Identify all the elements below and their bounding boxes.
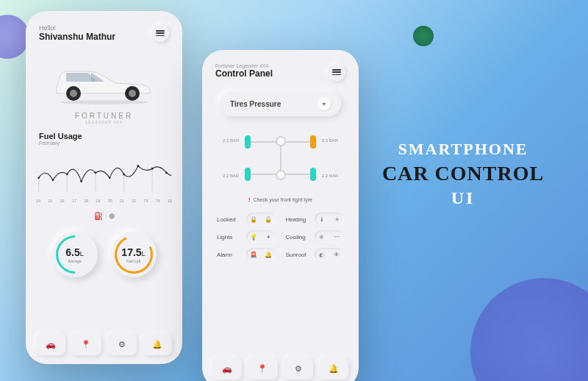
tire-rr-value: 2.2 BAR [322, 174, 338, 178]
control-sunroof[interactable]: Sunroof◐👁 [286, 248, 345, 261]
lights-toggle[interactable]: 💡✦ [246, 230, 276, 243]
siren-icon: 🚨 [250, 252, 257, 258]
user-name: Shivanshu Mathur [39, 32, 115, 42]
fuel-usage-title: Fuel Usage [26, 124, 182, 140]
pin-icon: 📍 [257, 364, 268, 374]
open-icon: ◐ [319, 252, 324, 258]
cool-icon: 〰 [334, 234, 340, 241]
steering-icon: ⊕ [109, 212, 115, 220]
svg-point-6 [52, 179, 54, 181]
car-icon: 🚗 [222, 364, 232, 374]
light-off-icon: ✦ [266, 234, 271, 241]
nav-alerts-button[interactable]: 🔔 [143, 333, 172, 355]
tire-pressure-diagram: 2.2 BAR 3.3 BAR 2.2 BAR 2.2 BAR [202, 125, 359, 191]
lock-toggle[interactable]: 🔒🔓 [246, 213, 276, 226]
control-subhead: Fortuner Legender 4X4 [215, 63, 273, 68]
promo-line1: SMARTPHONE [360, 140, 566, 159]
tires-pressure-dropdown[interactable]: Tires Pressure ▾ [220, 91, 341, 116]
promo-line3: UI [360, 188, 566, 208]
tire-fl-value: 2.2 BAR [223, 138, 239, 143]
svg-point-12 [137, 165, 139, 167]
bottom-nav: 🚗 📍 ⚙ 🔔 [212, 357, 348, 380]
svg-point-14 [165, 172, 168, 174]
bottom-nav: 🚗 📍 ⚙ 🔔 [36, 333, 172, 355]
decorative-circle [0, 15, 29, 59]
control-heating[interactable]: Heating🌡☀ [286, 213, 345, 226]
nav-car-button[interactable]: 🚗 [36, 333, 65, 355]
alarm-toggle[interactable]: 🚨🔔 [246, 248, 276, 261]
svg-point-5 [37, 177, 40, 179]
control-lights[interactable]: Lights💡✦ [217, 230, 276, 243]
cooling-toggle[interactable]: ❄〰 [315, 230, 344, 243]
svg-point-13 [151, 168, 154, 170]
control-locked[interactable]: Locked🔒🔓 [217, 213, 276, 226]
chevron-down-icon: ▾ [318, 97, 331, 110]
bell-icon: 🔔 [265, 252, 272, 258]
fan-icon: ☀ [334, 216, 340, 223]
promo-line2: CAR CONTROL [360, 162, 566, 185]
nav-location-button[interactable]: 📍 [248, 357, 277, 380]
car-icon: 🚗 [46, 340, 56, 349]
svg-point-3 [129, 90, 136, 97]
decorative-ball [413, 26, 434, 46]
heating-toggle[interactable]: 🌡☀ [315, 213, 344, 226]
control-alarm[interactable]: Alarm🚨🔔 [217, 248, 276, 261]
svg-point-8 [80, 180, 82, 182]
bell-icon: 🔔 [329, 364, 339, 374]
tire-alert: !Check your front right tyre [220, 197, 341, 202]
fuel-usage-chart [26, 152, 182, 197]
bell-icon: 🔔 [152, 340, 162, 349]
control-cooling[interactable]: Cooling❄〰 [286, 230, 345, 243]
pin-icon: 📍 [81, 340, 91, 349]
hamburger-icon [332, 69, 341, 75]
heat-icon: 🌡 [319, 216, 325, 223]
car-image [26, 51, 182, 110]
gear-icon: ⚙ [295, 364, 302, 374]
svg-point-10 [109, 177, 111, 179]
hamburger-icon [156, 30, 165, 36]
chart-x-labels: 141516171819702122737415 [26, 197, 182, 209]
eye-icon: 👁 [334, 252, 340, 258]
tire-rl-value: 2.2 BAR [223, 174, 239, 178]
nav-location-button[interactable]: 📍 [71, 333, 101, 355]
gear-icon: ⚙ [118, 340, 126, 349]
decorative-circle-large [470, 278, 588, 381]
menu-button[interactable] [151, 24, 169, 42]
nav-alerts-button[interactable]: 🔔 [319, 357, 348, 380]
fuel-left-gauge[interactable]: 17.5L Fuel Left [111, 232, 157, 277]
light-on-icon: 💡 [250, 234, 257, 241]
fuel-usage-month: February [26, 140, 182, 152]
car-illustration [46, 55, 163, 107]
svg-point-4 [60, 100, 148, 104]
greeting-text: Hello! [39, 24, 115, 32]
phone-screen-control: Fortuner Legender 4X4 Control Panel Tire… [202, 50, 359, 381]
control-title: Control Panel [215, 68, 273, 79]
menu-button[interactable] [328, 63, 345, 81]
nav-settings-button[interactable]: ⚙ [284, 357, 313, 380]
unlock-icon: 🔓 [265, 216, 272, 223]
phone-screen-home: Hello! Shivanshu Mathur FORTUNER LEGENDE… [26, 11, 182, 364]
nav-car-button[interactable]: 🚗 [212, 357, 242, 380]
promo-title: SMARTPHONE CAR CONTROL UI [360, 140, 566, 208]
tire-fr-value: 3.3 BAR [322, 138, 338, 143]
average-gauge[interactable]: 6.5L Average [52, 232, 98, 277]
nav-settings-button[interactable]: ⚙ [107, 333, 137, 355]
svg-point-1 [70, 90, 77, 97]
dropdown-label: Tires Pressure [230, 100, 281, 108]
warning-icon: ! [248, 197, 250, 202]
fuel-pump-icon: ⛽ [94, 212, 103, 220]
car-brand: FORTUNER [26, 112, 182, 120]
sunroof-toggle[interactable]: ◐👁 [315, 248, 344, 261]
snow-icon: ❄ [319, 234, 324, 241]
lock-icon: 🔒 [250, 216, 257, 223]
